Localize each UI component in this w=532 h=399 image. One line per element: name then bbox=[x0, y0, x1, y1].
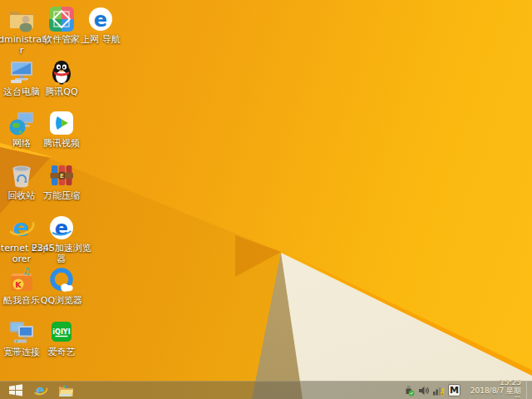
svg-text:K: K bbox=[15, 280, 22, 289]
desktop-icon-label: 腾讯QQ bbox=[31, 86, 92, 97]
internet-explorer-icon: e bbox=[32, 383, 49, 398]
svg-text:e: e bbox=[36, 383, 44, 398]
desktop-icon-web-navigation[interactable]: e 上网 导航 bbox=[70, 5, 131, 45]
desktop-icon-universal-archiver[interactable]: E 万能压缩 bbox=[31, 161, 92, 201]
desktop-icon-2345-browser[interactable]: e 2345加速浏览器 bbox=[31, 214, 92, 264]
desktop-icon-iqiyi[interactable]: iQIYI 爱奇艺 bbox=[31, 318, 92, 357]
svg-text:e: e bbox=[12, 214, 29, 242]
desktop-icon-qq-browser[interactable]: QQ浏览器 bbox=[31, 266, 92, 306]
svg-text:M: M bbox=[450, 385, 459, 396]
2345-browser-e-icon: e bbox=[47, 214, 76, 242]
archive-books-icon: E bbox=[47, 161, 76, 190]
start-button[interactable] bbox=[3, 382, 28, 399]
taskbar-file-explorer-button[interactable] bbox=[53, 382, 78, 399]
svg-text:e: e bbox=[55, 217, 68, 240]
svg-text:E: E bbox=[60, 173, 64, 180]
desktop-icon-label: 2345加速浏览器 bbox=[31, 243, 92, 264]
input-method-indicator[interactable]: M bbox=[447, 384, 461, 397]
browser-e-icon: e bbox=[86, 5, 115, 33]
qq-browser-icon bbox=[47, 266, 76, 294]
tencent-video-play-icon bbox=[47, 109, 76, 137]
desktop-icon-label: 万能压缩 bbox=[31, 190, 92, 201]
desktop-icon-tencent-video[interactable]: 腾讯视频 bbox=[31, 109, 92, 149]
taskbar-clock[interactable]: 15:25 2018/8/7 星期二 bbox=[463, 378, 524, 399]
clock-date: 2018/8/7 星期二 bbox=[463, 387, 521, 399]
svg-text:e: e bbox=[94, 8, 107, 32]
qq-penguin-icon bbox=[47, 57, 76, 86]
taskbar: e bbox=[0, 381, 532, 399]
desktop-icon-label: 腾讯视频 bbox=[31, 138, 92, 149]
desktop-icon-label: 上网 导航 bbox=[70, 34, 131, 45]
show-desktop-button[interactable] bbox=[526, 382, 530, 399]
windows-logo-icon bbox=[9, 384, 22, 397]
iqiyi-icon: iQIYI bbox=[47, 318, 76, 346]
desktop-icon-label: 爱奇艺 bbox=[31, 347, 92, 357]
desktop-icon-tencent-qq[interactable]: 腾讯QQ bbox=[31, 57, 92, 97]
svg-text:♫: ♫ bbox=[22, 266, 31, 277]
volume-icon[interactable] bbox=[417, 384, 430, 397]
network-status-warning-icon[interactable] bbox=[432, 384, 445, 397]
file-explorer-icon bbox=[58, 384, 74, 397]
windows-desktop: Administrator 软件管家 e bbox=[0, 0, 532, 399]
desktop-icon-label: QQ浏览器 bbox=[31, 295, 92, 306]
usb-safely-remove-icon[interactable] bbox=[402, 384, 415, 397]
svg-text:iQIYI: iQIYI bbox=[52, 328, 70, 336]
taskbar-internet-explorer-button[interactable]: e bbox=[28, 382, 53, 399]
clock-time: 15:25 bbox=[463, 378, 521, 387]
